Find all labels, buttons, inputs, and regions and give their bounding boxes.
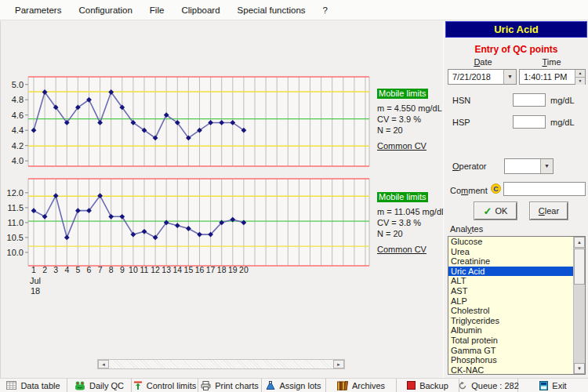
common-cv-link[interactable]: Common CV — [377, 141, 426, 151]
date-dropdown[interactable]: 7/21/2018 ▼ — [448, 69, 517, 85]
analyte-item[interactable]: Cholestrol — [448, 306, 573, 316]
scroll-down-icon[interactable]: ▼ — [574, 363, 585, 374]
mobile-limits-box-hsn: Mobile limits m = 4.550 mg/dL CV = 3.9 %… — [377, 89, 443, 151]
data-table-icon — [6, 381, 16, 391]
time-spinner-field[interactable]: 1:40:11 PM ▲ ▼ — [519, 69, 586, 85]
list-scrollbar[interactable]: ▲ ▼ — [573, 237, 585, 374]
spin-up-icon[interactable]: ▲ — [575, 70, 585, 78]
backup-icon — [407, 381, 416, 391]
analyte-item[interactable]: Phosphorus — [448, 355, 573, 365]
menu-help[interactable]: ? — [314, 4, 336, 16]
svg-text:10.0: 10.0 — [7, 248, 24, 257]
control-charts-panel: 5.04.84.64.44.24.012.011.511.010.510.012… — [0, 21, 443, 378]
svg-text:20: 20 — [239, 265, 249, 274]
stat-mean: m = 11.045 mg/dL — [377, 207, 443, 216]
svg-text:4: 4 — [64, 265, 69, 274]
svg-text:13: 13 — [162, 265, 171, 274]
analyte-item-selected[interactable]: Uric Acid — [448, 267, 573, 277]
entry-heading: Entry of QC points — [444, 44, 588, 55]
toolbar-assign-lots[interactable]: Assign lots — [262, 379, 326, 392]
analyte-item[interactable]: Albumin — [448, 325, 573, 336]
analyte-title: Uric Acid — [445, 21, 587, 38]
operator-dropdown[interactable]: ▼ — [504, 158, 554, 174]
svg-text:4.6: 4.6 — [12, 111, 24, 120]
hsp-label: HSP — [452, 118, 470, 127]
analyte-item[interactable]: Urea — [448, 247, 573, 257]
svg-text:11.0: 11.0 — [7, 218, 24, 227]
svg-text:4.4: 4.4 — [12, 125, 24, 135]
menu-file[interactable]: File — [141, 4, 173, 16]
bottom-toolbar: Data table Daily QC Control limits Print… — [0, 378, 588, 392]
svg-text:16: 16 — [195, 265, 205, 274]
mobile-limits-box-hsp: Mobile limits m = 11.045 mg/dL CV = 3.8 … — [377, 192, 443, 254]
clear-button[interactable]: Clear — [530, 202, 568, 220]
svg-text:10: 10 — [129, 265, 138, 274]
time-label: Time — [522, 57, 581, 67]
comment-label: Comment — [450, 186, 488, 195]
menu-configuration[interactable]: Configuration — [70, 4, 140, 16]
analyte-item[interactable]: AST — [448, 286, 573, 296]
comment-repeat-icon[interactable]: C — [491, 183, 501, 194]
toolbar-queue[interactable]: Queue : 282 — [459, 379, 518, 392]
analyte-item[interactable]: Triglycerides — [448, 316, 573, 326]
analyte-item[interactable]: ALT — [448, 276, 573, 286]
analyte-item[interactable]: Glucose — [448, 237, 573, 247]
horizontal-scrollbar[interactable]: ◄ ► — [97, 359, 345, 369]
svg-text:10.5: 10.5 — [7, 233, 24, 242]
time-value: 1:40:11 PM — [520, 70, 575, 84]
assign-lots-icon — [266, 381, 275, 392]
svg-text:18: 18 — [217, 265, 227, 274]
exit-icon — [539, 381, 548, 392]
ok-button[interactable]: ✓ OK — [474, 202, 517, 220]
analyte-item[interactable]: Total protein — [448, 336, 573, 346]
svg-text:19: 19 — [228, 265, 238, 274]
mobile-limits-badge: Mobile limits — [377, 89, 428, 99]
analytes-label: Analytes — [450, 224, 483, 234]
scroll-left-icon[interactable]: ◄ — [98, 360, 109, 368]
svg-text:11: 11 — [140, 265, 149, 274]
svg-text:7: 7 — [98, 265, 103, 274]
scroll-right-icon[interactable]: ► — [333, 360, 344, 368]
toolbar-exit[interactable]: Exit — [518, 379, 588, 392]
queue-icon — [458, 381, 467, 392]
stat-cv: CV = 3.8 % — [377, 218, 443, 227]
common-cv-link[interactable]: Common CV — [377, 245, 426, 254]
scroll-up-icon[interactable]: ▲ — [574, 237, 585, 248]
stat-mean: m = 4.550 mg/dL — [377, 103, 443, 113]
date-label: Date — [452, 57, 514, 67]
stat-n: N = 20 — [377, 125, 443, 135]
analyte-item[interactable]: ALP — [448, 296, 573, 307]
toolbar-daily-qc[interactable]: Daily QC — [67, 379, 132, 392]
analyte-item[interactable]: Creatinine — [448, 256, 573, 267]
toolbar-print-charts[interactable]: Print charts — [198, 379, 262, 392]
menu-special-functions[interactable]: Special functions — [229, 4, 314, 16]
hsp-unit: mg/dL — [550, 118, 575, 127]
toolbar-data-table[interactable]: Data table — [0, 379, 67, 392]
analyte-item[interactable]: Gamma GT — [448, 346, 573, 356]
hsp-value-field[interactable] — [513, 115, 546, 129]
svg-text:12: 12 — [151, 265, 160, 274]
analytes-listbox[interactable]: Glucose Urea Creatinine Uric Acid ALT AS… — [448, 236, 586, 375]
toolbar-backup[interactable]: Backup — [397, 379, 459, 392]
svg-text:17: 17 — [206, 265, 216, 274]
chevron-down-icon[interactable]: ▼ — [503, 70, 516, 84]
toolbar-control-limits[interactable]: Control limits — [132, 379, 198, 392]
comment-field[interactable] — [503, 182, 586, 196]
spin-down-icon[interactable]: ▼ — [575, 78, 585, 85]
daily-qc-icon — [74, 381, 85, 392]
scrollbar-thumb[interactable] — [574, 249, 585, 285]
archives-icon — [337, 381, 348, 392]
toolbar-archives[interactable]: Archives — [326, 379, 397, 392]
control-limits-icon — [133, 381, 143, 392]
analyte-item[interactable]: CK-NAC — [448, 365, 573, 375]
svg-text:12.0: 12.0 — [7, 188, 24, 198]
hsn-value-field[interactable] — [513, 93, 546, 107]
hsn-label: HSN — [452, 96, 470, 105]
svg-text:5.0: 5.0 — [12, 80, 24, 89]
menu-parameters[interactable]: Parameters — [6, 4, 70, 16]
stat-n: N = 20 — [377, 229, 443, 238]
hsn-unit: mg/dL — [550, 96, 575, 105]
chevron-down-icon[interactable]: ▼ — [540, 159, 553, 173]
svg-text:3: 3 — [53, 265, 58, 274]
menu-clipboard[interactable]: Clipboard — [172, 4, 228, 16]
